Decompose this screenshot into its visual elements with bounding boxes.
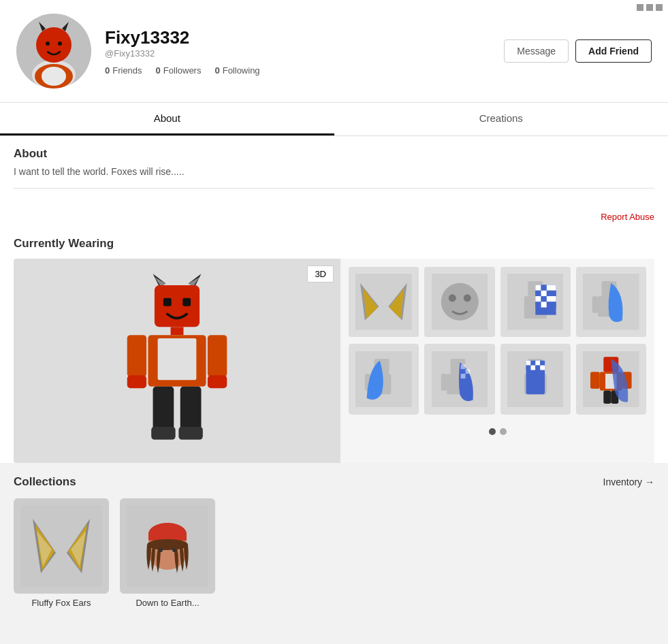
svg-rect-40 xyxy=(535,285,541,291)
svg-point-100 xyxy=(172,548,176,552)
svg-rect-49 xyxy=(535,302,541,308)
svg-rect-44 xyxy=(541,291,546,296)
item-thumb-2[interactable] xyxy=(424,267,494,337)
svg-point-6 xyxy=(58,42,62,46)
following-count: 0 xyxy=(214,65,219,76)
tab-bar: About Creations xyxy=(0,103,668,136)
svg-rect-55 xyxy=(592,296,598,313)
followers-label: Followers xyxy=(163,65,202,76)
svg-point-35 xyxy=(463,295,471,302)
tab-creations[interactable]: Creations xyxy=(334,103,669,135)
svg-rect-51 xyxy=(547,302,556,308)
dot-1[interactable] xyxy=(489,428,496,435)
profile-name: Fixy13332 xyxy=(105,27,490,48)
svg-rect-64 xyxy=(460,364,465,369)
about-description: I want to tell the world. Foxes will ris… xyxy=(14,166,654,177)
svg-rect-71 xyxy=(526,360,530,365)
report-abuse-row: Report Abuse xyxy=(0,208,668,226)
divider-1 xyxy=(14,188,654,189)
profile-stats: 0 Friends 0 Followers 0 Following xyxy=(105,65,490,76)
svg-rect-45 xyxy=(547,291,556,296)
message-button[interactable]: Message xyxy=(504,39,569,63)
svg-rect-43 xyxy=(535,291,541,296)
avatar-image xyxy=(16,14,91,88)
item-thumb-7[interactable] xyxy=(500,344,571,414)
profile-actions: Message Add Friend xyxy=(504,39,652,63)
following-stat: 0 Following xyxy=(214,65,259,76)
item-thumb-3[interactable] xyxy=(500,267,571,337)
svg-rect-73 xyxy=(535,360,540,365)
win-btn-1[interactable] xyxy=(637,4,643,11)
svg-rect-63 xyxy=(441,374,446,391)
svg-rect-87 xyxy=(20,505,102,587)
svg-rect-66 xyxy=(460,374,465,379)
svg-rect-22 xyxy=(208,375,227,388)
carousel-dots xyxy=(349,421,646,442)
profile-info: Fixy13332 @Fixy13332 0 Friends 0 Followe… xyxy=(105,27,490,76)
svg-rect-75 xyxy=(526,365,530,370)
svg-rect-19 xyxy=(127,335,146,376)
svg-rect-85 xyxy=(603,390,611,403)
dot-2[interactable] xyxy=(500,428,507,435)
svg-rect-65 xyxy=(465,369,470,374)
profile-header: Fixy13332 @Fixy13332 0 Friends 0 Followe… xyxy=(0,0,668,103)
collection-item-2[interactable]: Down to Earth... xyxy=(120,498,215,608)
svg-rect-77 xyxy=(535,365,540,370)
tab-about[interactable]: About xyxy=(0,103,334,135)
svg-point-2 xyxy=(36,27,71,63)
svg-point-34 xyxy=(448,295,456,302)
win-btn-3[interactable] xyxy=(656,4,663,11)
report-abuse-link[interactable]: Report Abuse xyxy=(601,212,654,222)
wearing-items-grid xyxy=(340,259,654,463)
collection-thumb-2 xyxy=(120,498,215,594)
item-thumb-5[interactable] xyxy=(349,344,419,414)
svg-rect-24 xyxy=(180,387,202,432)
friends-label: Friends xyxy=(112,65,142,76)
avatar xyxy=(16,14,91,88)
about-title: About xyxy=(14,147,654,161)
collection-label-1: Fluffy Fox Ears xyxy=(14,598,109,608)
item-thumb-6[interactable] xyxy=(424,344,494,414)
svg-rect-26 xyxy=(178,427,202,440)
collection-label-2: Down to Earth... xyxy=(120,598,215,608)
collection-item-1[interactable]: Fluffy Fox Ears xyxy=(14,498,109,608)
inventory-link[interactable]: Inventory → xyxy=(603,477,654,487)
collections-title: Collections xyxy=(14,475,76,489)
svg-point-8 xyxy=(42,67,66,86)
svg-rect-15 xyxy=(182,298,191,306)
about-section: About I want to tell the world. Foxes wi… xyxy=(0,136,668,208)
window-controls xyxy=(637,4,663,11)
currently-wearing-section: Currently Wearing 3D xyxy=(0,226,668,463)
item-thumb-8[interactable] xyxy=(576,344,646,414)
character-svg xyxy=(109,272,245,449)
friends-stat: 0 Friends xyxy=(105,65,142,76)
svg-rect-13 xyxy=(155,285,200,327)
svg-rect-48 xyxy=(547,296,556,302)
collections-section: Collections Inventory → Fluffy Fox Ears xyxy=(0,464,668,619)
profile-username: @Fixy13332 xyxy=(105,48,490,59)
add-friend-button[interactable]: Add Friend xyxy=(575,39,652,63)
svg-rect-20 xyxy=(208,335,227,376)
svg-rect-72 xyxy=(530,360,535,365)
win-btn-2[interactable] xyxy=(646,4,653,11)
btn-3d[interactable]: 3D xyxy=(307,265,334,283)
svg-rect-16 xyxy=(171,327,184,335)
item-thumb-4[interactable] xyxy=(576,267,646,337)
svg-rect-76 xyxy=(530,365,535,370)
items-row-2 xyxy=(349,344,646,414)
svg-rect-78 xyxy=(540,365,545,370)
avatar-3d-view: 3D xyxy=(14,259,340,463)
svg-rect-83 xyxy=(590,372,600,389)
svg-rect-50 xyxy=(541,302,546,308)
followers-count: 0 xyxy=(156,65,161,76)
item-thumb-1[interactable] xyxy=(349,267,419,337)
friends-count: 0 xyxy=(105,65,110,76)
svg-rect-18 xyxy=(158,338,197,380)
svg-rect-42 xyxy=(547,285,556,291)
svg-point-99 xyxy=(159,548,163,552)
collection-thumb-1 xyxy=(14,498,109,594)
svg-rect-23 xyxy=(153,387,174,432)
svg-rect-41 xyxy=(541,285,546,291)
svg-rect-74 xyxy=(540,360,545,365)
items-row-1 xyxy=(349,267,646,337)
